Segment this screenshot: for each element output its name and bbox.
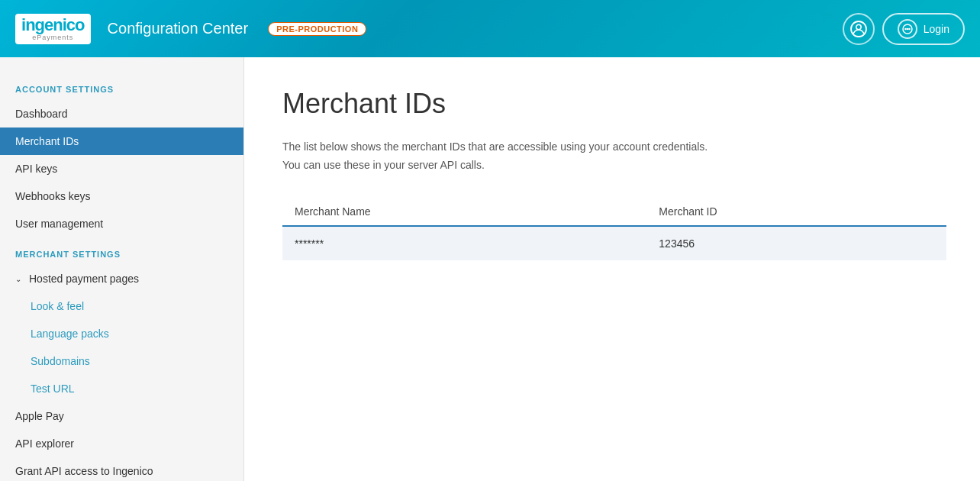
col-merchant-id: Merchant ID bbox=[646, 198, 946, 226]
sidebar: ACCOUNT SETTINGS Dashboard Merchant IDs … bbox=[0, 57, 244, 481]
sidebar-item-look-feel[interactable]: Look & feel bbox=[0, 292, 243, 320]
header: ingenico ePayments Configuration Center … bbox=[0, 0, 980, 57]
sidebar-item-dashboard[interactable]: Dashboard bbox=[0, 100, 243, 128]
logo-epayments: ePayments bbox=[32, 34, 73, 41]
sidebar-item-user-management[interactable]: User management bbox=[0, 210, 243, 237]
description-line2: You can use these in your server API cal… bbox=[282, 157, 942, 175]
logo-box: ingenico ePayments bbox=[15, 14, 91, 44]
header-right: Login bbox=[843, 13, 965, 45]
app-title: Configuration Center bbox=[108, 20, 249, 37]
col-merchant-name: Merchant Name bbox=[282, 198, 646, 226]
table-row: *******123456 bbox=[282, 226, 946, 260]
sidebar-item-merchant-ids[interactable]: Merchant IDs bbox=[0, 128, 243, 155]
content-area: Merchant IDs The list below shows the me… bbox=[244, 57, 980, 481]
description: The list below shows the merchant IDs th… bbox=[282, 138, 942, 175]
sidebar-item-api-keys[interactable]: API keys bbox=[0, 155, 243, 182]
svg-point-4 bbox=[906, 27, 908, 30]
svg-point-3 bbox=[904, 27, 907, 30]
logo-ingenico: ingenico bbox=[21, 17, 85, 34]
svg-point-1 bbox=[856, 24, 861, 29]
description-line1: The list below shows the merchant IDs th… bbox=[282, 138, 942, 157]
merchant-id-cell: 123456 bbox=[646, 226, 946, 260]
sidebar-item-language-packs[interactable]: Language packs bbox=[0, 320, 243, 347]
merchant-table: Merchant Name Merchant ID *******123456 bbox=[282, 198, 946, 260]
sidebar-item-apple-pay[interactable]: Apple Pay bbox=[0, 402, 243, 430]
merchant-name-cell: ******* bbox=[282, 226, 646, 260]
account-settings-section: ACCOUNT SETTINGS bbox=[0, 73, 243, 100]
svg-point-5 bbox=[908, 27, 911, 30]
page-title: Merchant IDs bbox=[282, 88, 942, 120]
sidebar-item-hosted-payment-pages[interactable]: ⌄ Hosted payment pages bbox=[0, 265, 243, 292]
chevron-down-icon: ⌄ bbox=[15, 275, 21, 283]
sidebar-item-grant-api-access[interactable]: Grant API access to Ingenico bbox=[0, 457, 243, 481]
sidebar-item-webhooks-keys[interactable]: Webhooks keys bbox=[0, 182, 243, 210]
environment-badge: PRE-PRODUCTION bbox=[268, 22, 366, 36]
sidebar-item-test-url[interactable]: Test URL bbox=[0, 375, 243, 402]
merchant-settings-section: MERCHANT SETTINGS bbox=[0, 237, 243, 265]
login-icon bbox=[898, 19, 917, 39]
login-button[interactable]: Login bbox=[882, 13, 965, 45]
sidebar-item-subdomains[interactable]: Subdomains bbox=[0, 347, 243, 375]
logo-area: ingenico ePayments Configuration Center … bbox=[15, 14, 366, 44]
user-icon-button[interactable] bbox=[843, 13, 875, 45]
main-layout: ACCOUNT SETTINGS Dashboard Merchant IDs … bbox=[0, 57, 980, 481]
sidebar-item-api-explorer[interactable]: API explorer bbox=[0, 430, 243, 457]
